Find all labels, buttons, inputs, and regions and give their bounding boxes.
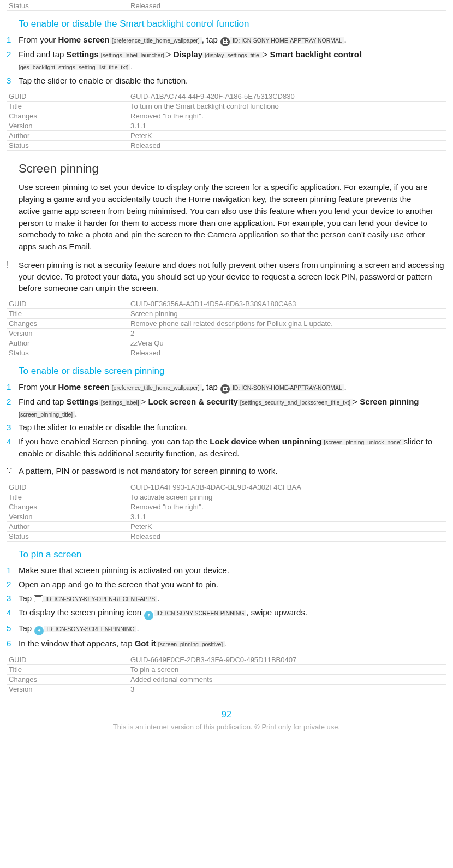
steps-pin-screen: Make sure that screen pinning is activat… bbox=[7, 564, 446, 650]
meta-val: Released bbox=[128, 1, 446, 11]
section-heading-pin-screen: To pin a screen bbox=[19, 549, 446, 560]
meta-key: Version bbox=[7, 121, 128, 131]
meta-key: Changes bbox=[7, 502, 128, 512]
warning-icon: ! bbox=[7, 259, 19, 294]
icon-id: ID: ICN-SONY-SCREEN-PINNING bbox=[154, 610, 246, 616]
text: Find and tap bbox=[19, 397, 67, 406]
meta-val: 3.1.1 bbox=[128, 512, 446, 521]
meta-key: GUID bbox=[7, 483, 128, 492]
text: From your bbox=[19, 35, 58, 44]
screen-pinning-label: Screen pinning bbox=[360, 397, 419, 406]
meta-val: Removed "to the right". bbox=[128, 111, 446, 121]
ref-tag: [screen_pinning_unlock_none] bbox=[321, 439, 403, 445]
meta-key: Author bbox=[7, 521, 128, 531]
warning-note: ! Screen pinning is not a security featu… bbox=[7, 259, 446, 294]
screen-pinning-icon bbox=[144, 611, 153, 620]
meta-table-3: GUIDGUID-1DA4F993-1A3B-4DAC-BE9D-4A302F4… bbox=[7, 483, 446, 542]
screen-pinning-icon bbox=[34, 626, 44, 635]
meta-val: Released bbox=[128, 141, 446, 151]
ref-tag: [preference_title_home_wallpaper] bbox=[110, 37, 202, 44]
meta-key: Version bbox=[7, 684, 128, 694]
lock-security-label: Lock screen & security bbox=[148, 397, 238, 406]
steps-enable-pinning: From your Home screen [preference_title_… bbox=[7, 381, 446, 460]
meta-key: Status bbox=[7, 1, 128, 11]
meta-val: To turn on the Smart backlight control f… bbox=[128, 102, 446, 111]
settings-label: Settings bbox=[67, 397, 99, 406]
meta-val: Removed "to the right". bbox=[128, 502, 446, 512]
step: Tap ID: ICN-SONY-SCREEN-PINNING . bbox=[7, 622, 446, 636]
steps-smart-backlight: From your Home screen [preference_title_… bbox=[7, 34, 446, 86]
heading-screen-pinning: Screen pinning bbox=[19, 162, 446, 176]
recent-apps-icon bbox=[34, 595, 43, 602]
text: Tap bbox=[19, 623, 34, 633]
text: . bbox=[136, 623, 139, 633]
meta-val: To pin a screen bbox=[128, 664, 446, 674]
meta-val: PeterK bbox=[128, 521, 446, 531]
meta-val: Screen pinning bbox=[128, 308, 446, 318]
lock-when-unpin-label: Lock device when unpinning bbox=[210, 437, 321, 446]
page-number: 92 bbox=[7, 710, 446, 720]
display-label: Display bbox=[174, 50, 202, 59]
text: , tap bbox=[202, 382, 220, 391]
meta-val: 3 bbox=[128, 684, 446, 694]
meta-key: Changes bbox=[7, 318, 128, 328]
icon-id: ID: ICN-SONY-KEY-OPEN-RECENT-APPS bbox=[43, 596, 157, 602]
note-text: Screen pinning is not a security feature… bbox=[19, 259, 446, 294]
apptray-icon bbox=[220, 37, 230, 46]
icon-id: ID: ICN-SONY-HOME-APPTRAY-NORMAL bbox=[230, 37, 344, 44]
step: From your Home screen [preference_title_… bbox=[7, 34, 446, 46]
meta-key: Title bbox=[7, 102, 128, 111]
meta-val: GUID-6649F0CE-2DB3-43FA-9DC0-495D11BB040… bbox=[128, 655, 446, 665]
text: , swipe upwards. bbox=[246, 608, 307, 617]
home-screen-label: Home screen bbox=[58, 35, 110, 44]
step: Make sure that screen pinning is activat… bbox=[7, 564, 446, 576]
icon-id: ID: ICN-SONY-SCREEN-PINNING bbox=[44, 626, 136, 632]
text: . bbox=[225, 639, 227, 648]
ref-tag: [settings_label] bbox=[99, 399, 141, 406]
apptray-icon bbox=[220, 384, 230, 394]
step: Find and tap Settings [settings_label] >… bbox=[7, 396, 446, 420]
footer-text: This is an internet version of this publ… bbox=[7, 723, 446, 731]
meta-key: Status bbox=[7, 348, 128, 358]
meta-val: 2 bbox=[128, 328, 446, 338]
meta-val: zzVera Qu bbox=[128, 338, 446, 348]
step: If you have enabled Screen pinning, you … bbox=[7, 436, 446, 460]
text: . bbox=[75, 409, 77, 418]
meta-key: Title bbox=[7, 492, 128, 502]
note-text: A pattern, PIN or password is not mandat… bbox=[19, 465, 446, 477]
meta-val: Added editorial comments bbox=[128, 674, 446, 684]
meta-key: Status bbox=[7, 141, 128, 151]
step: Find and tap Settings [settings_label_la… bbox=[7, 49, 446, 73]
meta-key: Status bbox=[7, 531, 128, 541]
section-heading-smart-backlight: To enable or disable the Smart backlight… bbox=[19, 19, 446, 29]
settings-label: Settings bbox=[67, 50, 99, 59]
tip-note: ∵ A pattern, PIN or password is not mand… bbox=[7, 465, 446, 477]
ref-tag: [preference_title_home_wallpaper] bbox=[110, 384, 202, 391]
text: . bbox=[344, 382, 346, 391]
meta-val: 3.1.1 bbox=[128, 121, 446, 131]
meta-key: Author bbox=[7, 338, 128, 348]
ref-tag: [screen_pinning_positive] bbox=[156, 641, 225, 647]
step: Tap the slider to enable or disable the … bbox=[7, 75, 446, 87]
meta-key: Title bbox=[7, 308, 128, 318]
text: Find and tap bbox=[19, 50, 67, 59]
text: > bbox=[263, 50, 270, 59]
text: > bbox=[141, 397, 148, 406]
got-it-label: Got it bbox=[135, 639, 156, 648]
ref-tag: [settings_security_and_lockscreen_title_… bbox=[238, 399, 353, 406]
home-screen-label: Home screen bbox=[58, 382, 110, 391]
text: . bbox=[344, 35, 346, 44]
section-heading-enable-pinning: To enable or disable screen pinning bbox=[19, 366, 446, 377]
smart-backlight-label: Smart backlight control bbox=[270, 50, 362, 59]
meta-val: To activate screen pinning bbox=[128, 492, 446, 502]
meta-key: GUID bbox=[7, 92, 128, 102]
text: Tap bbox=[19, 593, 34, 603]
ref-tag: [display_settings_title] bbox=[202, 52, 263, 58]
step: From your Home screen [preference_title_… bbox=[7, 381, 446, 394]
text: In the window that appears, tap bbox=[19, 639, 135, 648]
icon-id: ID: ICN-SONY-HOME-APPTRAY-NORMAL bbox=[230, 384, 344, 391]
meta-key: GUID bbox=[7, 299, 128, 309]
meta-val: GUID-1DA4F993-1A3B-4DAC-BE9D-4A302F4CFBA… bbox=[128, 483, 446, 492]
text: , tap bbox=[202, 35, 220, 44]
meta-key: Changes bbox=[7, 674, 128, 684]
